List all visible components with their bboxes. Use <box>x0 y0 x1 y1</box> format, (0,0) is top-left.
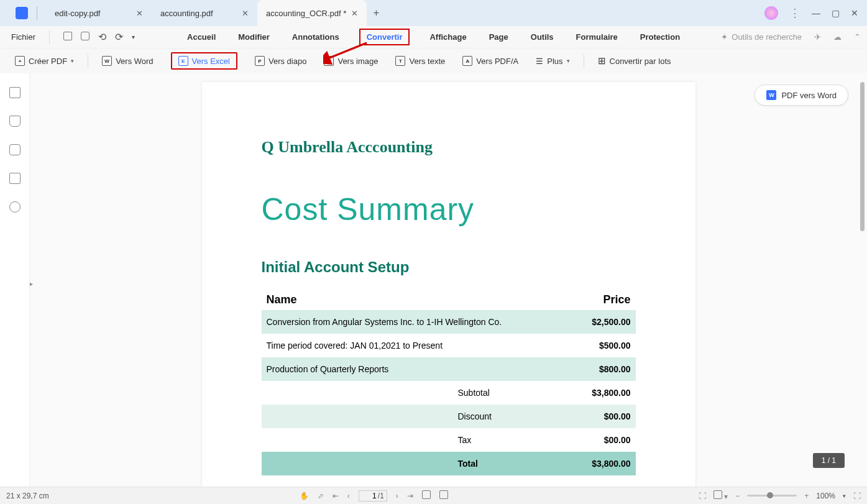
left-sidebar <box>0 73 30 487</box>
hand-tool-icon[interactable]: ✋ <box>300 492 309 500</box>
col-price-header: Price <box>603 293 630 306</box>
pdf-to-word-float-button[interactable]: W PDF vers Word <box>755 85 848 106</box>
page-total: /1 <box>378 492 384 500</box>
doc-title: Cost Summary <box>262 191 636 227</box>
send-icon[interactable]: ✈ <box>814 32 821 42</box>
bookmarks-icon[interactable] <box>9 116 21 127</box>
menubar: Fichier ⟲ ⟳ ▾ AccueilModifierAnnotations… <box>0 26 867 48</box>
tab-label: accounting.pdf <box>160 9 213 18</box>
zoom-dropdown-icon[interactable]: ▾ <box>843 493 846 499</box>
row-price: $2,500.00 <box>592 317 630 327</box>
first-page-icon[interactable]: ⇤ <box>333 492 339 500</box>
zoom-in-icon[interactable]: + <box>804 492 809 500</box>
view-mode-icon[interactable]: ▾ <box>713 490 728 501</box>
powerpoint-icon: P <box>255 56 265 66</box>
summary-label: Tax <box>458 435 604 445</box>
table-row: Conversion from Angular Systems Inc. to … <box>262 310 636 334</box>
zoom-slider[interactable] <box>747 495 797 497</box>
menu-outils[interactable]: Outils <box>528 29 556 45</box>
tab-strip: edit-copy.pdf✕accounting.pdf✕accounting_… <box>46 0 367 26</box>
to-word-button[interactable]: W Vers Word <box>102 56 153 66</box>
search-icon[interactable] <box>9 201 21 213</box>
menu-page[interactable]: Page <box>487 29 511 45</box>
menu-protection[interactable]: Protection <box>638 29 682 45</box>
tab-label: accounting_OCR.pdf * <box>266 9 346 18</box>
document-viewport[interactable]: Q Umbrella Acccounting Cost Summary Init… <box>30 73 867 487</box>
thumbnails-icon[interactable] <box>9 87 21 98</box>
plus-label: Plus <box>547 57 562 66</box>
menu-accueil[interactable]: Accueil <box>185 29 218 45</box>
new-tab-button[interactable]: + <box>367 7 385 19</box>
summary-row: Tax$00.00 <box>262 428 636 452</box>
attachments-icon[interactable] <box>9 173 21 184</box>
close-tab-icon[interactable]: ✕ <box>351 9 358 18</box>
print-icon[interactable] <box>81 32 89 43</box>
create-pdf-button[interactable]: + Créer PDF ▾ <box>15 56 74 66</box>
summary-value: $00.00 <box>604 411 631 421</box>
image-icon: ▲ <box>324 56 334 66</box>
menu-modifier[interactable]: Modifier <box>236 29 272 45</box>
undo-icon[interactable]: ⟲ <box>98 31 106 43</box>
comments-icon[interactable] <box>9 144 21 155</box>
to-pdfa-button[interactable]: A Vers PDF/A <box>462 56 518 66</box>
plus-button[interactable]: ☰ Plus ▾ <box>536 57 569 66</box>
fit-width-icon[interactable]: ⛶ <box>699 492 706 500</box>
lightbulb-icon: ✦ <box>721 32 728 42</box>
next-page-icon[interactable]: › <box>396 492 398 500</box>
to-diapo-button[interactable]: P Vers diapo <box>255 56 306 66</box>
create-pdf-label: Créer PDF <box>29 57 67 66</box>
excel-icon: E <box>178 56 188 66</box>
user-avatar[interactable] <box>764 6 778 20</box>
menu-formulaire[interactable]: Formulaire <box>574 29 620 45</box>
single-page-icon[interactable] <box>422 490 431 501</box>
pdfa-icon: A <box>462 56 472 66</box>
page-indicator-badge: 1 / 1 <box>813 453 845 468</box>
help-icon[interactable]: ⌃ <box>854 32 861 42</box>
minimize-button[interactable]: — <box>812 8 820 18</box>
search-tools[interactable]: ✦ Outils de recherche <box>721 32 802 42</box>
fullscreen-icon[interactable]: ⛶ <box>853 492 861 500</box>
page-navigation: ✋ ⬀ ⇤ ‹ /1 › ⇥ <box>300 490 448 502</box>
maximize-button[interactable]: ▢ <box>832 8 840 18</box>
prev-page-icon[interactable]: ‹ <box>347 492 350 500</box>
document-tab[interactable]: accounting_OCR.pdf *✕ <box>257 0 367 26</box>
select-tool-icon[interactable]: ⬀ <box>318 492 324 500</box>
to-texte-button[interactable]: T Vers texte <box>395 56 445 66</box>
redo-icon[interactable]: ⟳ <box>115 31 123 43</box>
chevron-down-icon: ▾ <box>71 58 74 64</box>
to-excel-button[interactable]: E Vers Excel <box>171 52 237 70</box>
qat-dropdown-icon[interactable]: ▾ <box>132 34 135 40</box>
close-button[interactable]: ✕ <box>851 8 858 18</box>
menu-affichage[interactable]: Affichage <box>427 29 469 45</box>
menu-annotations[interactable]: Annotations <box>290 29 342 45</box>
facing-pages-icon[interactable] <box>439 490 448 501</box>
word-icon: W <box>102 56 112 66</box>
close-tab-icon[interactable]: ✕ <box>136 9 143 18</box>
cloud-icon[interactable]: ☁ <box>833 32 842 42</box>
vertical-scrollbar[interactable] <box>860 82 865 231</box>
zoom-level[interactable]: 100% <box>816 492 835 500</box>
last-page-icon[interactable]: ⇥ <box>407 492 413 500</box>
search-tools-label: Outils de recherche <box>732 32 802 42</box>
zoom-out-icon[interactable]: − <box>735 492 740 500</box>
page-number-field[interactable] <box>362 492 377 500</box>
document-tab[interactable]: edit-copy.pdf✕ <box>46 0 152 26</box>
col-name-header: Name <box>267 293 297 306</box>
save-icon[interactable] <box>63 32 72 43</box>
page-input[interactable]: /1 <box>359 490 387 502</box>
more-icon[interactable]: ⋮ <box>789 6 800 20</box>
file-menu[interactable]: Fichier <box>6 32 40 42</box>
close-tab-icon[interactable]: ✕ <box>242 9 249 18</box>
to-image-button[interactable]: ▲ Vers image <box>324 56 378 66</box>
word-icon: W <box>766 90 776 100</box>
divider <box>37 6 37 20</box>
menu-convertir[interactable]: Convertir <box>359 29 410 45</box>
document-tab[interactable]: accounting.pdf✕ <box>152 0 257 26</box>
page-dimensions: 21 x 29,7 cm <box>6 492 49 500</box>
summary-value: $00.00 <box>604 435 631 445</box>
divider <box>88 54 88 68</box>
to-pdfa-label: Vers PDF/A <box>476 57 518 66</box>
to-texte-label: Vers texte <box>409 57 445 66</box>
summary-value: $3,800.00 <box>592 388 630 398</box>
batch-convert-button[interactable]: ⊞ Convertir par lots <box>598 55 671 66</box>
